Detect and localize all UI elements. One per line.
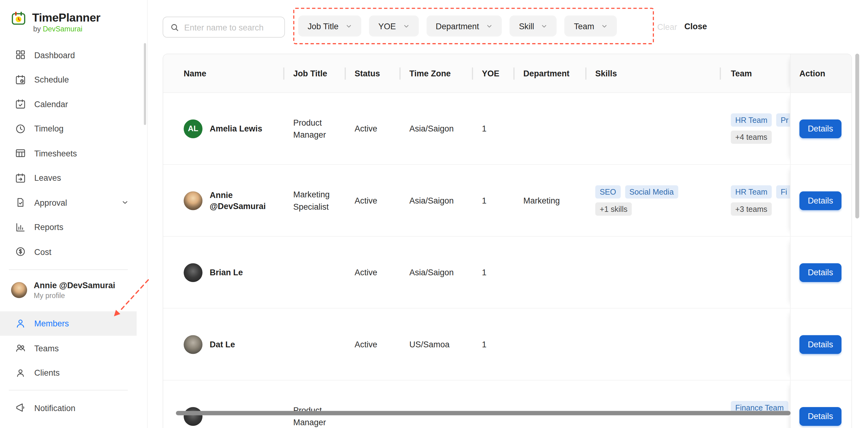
column-header-department: Department [514,54,585,92]
job-title-cell [283,308,345,380]
sidebar-item-dashboard[interactable]: Dashboard [0,42,137,67]
chevron-down-icon [486,23,493,29]
sidebar-item-schedule[interactable]: Schedule [0,67,137,92]
team-cell [720,237,790,308]
leaves-icon [15,172,26,184]
member-name: Annie @DevSamurai [210,190,283,211]
chevron-down-icon [346,23,352,29]
sidebar-item-timesheets[interactable]: Timesheets [0,141,137,166]
time-zone-cell: Asia/Saigon [400,237,472,308]
time-zone-cell [400,381,472,428]
profile-item[interactable]: Annie @DevSamurai My profile [0,275,147,306]
app-logo: TimePlanner [0,0,147,28]
sidebar-divider [9,269,128,270]
avatar [184,191,203,210]
members-table: Name Job Title Status Time Zone YOE Depa… [163,54,852,428]
sidebar-nav: Dashboard Schedule Calendar Timelog Time… [0,42,147,264]
details-button[interactable]: Details [799,119,841,138]
time-zone-cell: US/Samoa [400,308,472,380]
teams-icon [15,342,26,354]
skills-cell: SEO Social Media +1 skills [585,165,719,236]
vertical-scrollbar[interactable] [856,54,859,218]
main-content: Job Title YOE Department Skill Team Clea… [148,0,868,428]
department-cell [514,93,585,164]
sidebar-item-cutoff[interactable] [0,420,137,428]
more-teams-chip: +4 teams [731,131,772,144]
team-chip: HR Team [731,113,772,127]
action-cell: Details [790,237,852,308]
profile-subtitle: My profile [34,291,115,300]
table-row[interactable]: Annie @DevSamurai Marketing Specialist A… [163,165,851,236]
filter-skill[interactable]: Skill [509,15,557,36]
action-cell: Details [790,381,852,428]
filter-team[interactable]: Team [565,15,617,36]
sidebar-item-reports[interactable]: Reports [0,215,137,239]
search-input[interactable] [184,23,278,32]
yoe-cell [472,381,514,428]
yoe-cell: 1 [472,93,514,164]
sidebar-item-members[interactable]: Members [0,311,137,336]
sidebar-scrollbar[interactable] [144,43,146,125]
reports-icon [15,222,26,233]
sidebar-item-approval[interactable]: Approval [0,190,137,215]
chevron-down-icon [541,23,547,29]
filter-yoe[interactable]: YOE [369,15,418,36]
horizontal-scrollbar[interactable] [176,411,790,416]
close-filters-link[interactable]: Close [684,22,707,31]
approval-icon [15,197,26,208]
status-cell: Active [345,237,400,308]
settings-icon [15,427,26,428]
brand-name: DevSamurai [43,25,82,33]
sidebar-divider [9,390,128,390]
time-zone-cell: Asia/Saigon [400,93,472,164]
clear-filters-link[interactable]: Clear [657,22,677,32]
column-header-action: Action [790,54,852,92]
skills-cell [585,237,719,308]
job-title-cell: Product Manager [283,381,345,428]
profile-name: Annie @DevSamurai [34,281,115,291]
department-cell [514,237,585,308]
skill-chip: SEO [595,185,621,199]
chevron-down-icon [601,23,608,29]
yoe-cell: 1 [472,165,514,236]
member-name: Amelia Lewis [210,123,262,134]
details-button[interactable]: Details [799,191,841,210]
department-cell: Marketing [514,165,585,236]
table-row[interactable]: AL Amelia Lewis Product Manager Active A… [163,93,851,165]
sidebar-item-teams[interactable]: Teams [0,336,137,360]
details-button[interactable]: Details [799,335,841,354]
yoe-cell: 1 [472,308,514,380]
time-zone-cell: Asia/Saigon [400,165,472,236]
column-header-job-title: Job Title [283,54,345,92]
sidebar-item-clients[interactable]: Clients [0,360,137,385]
sidebar-item-calendar[interactable]: Calendar [0,92,137,117]
table-row[interactable]: Brian Le Active Asia/Saigon 1 Details [163,237,851,308]
filter-job-title[interactable]: Job Title [298,15,361,36]
members-icon [15,318,26,329]
calendar-icon [15,99,26,110]
timesheets-icon [15,148,26,159]
notification-icon [15,402,26,413]
details-button[interactable]: Details [799,407,841,426]
team-cell: Finance Team [720,381,790,428]
member-name: Brian Le [210,267,243,278]
filter-department[interactable]: Department [426,15,502,36]
skills-cell [585,381,719,428]
table-row[interactable]: Dat Le Active US/Samoa 1 Details [163,308,851,380]
table-row[interactable]: Product Manager Finance Team Details [163,381,851,428]
action-cell: Details [790,308,852,380]
sidebar-item-notification[interactable]: Notification [0,395,137,420]
chevron-down-icon [403,23,409,29]
chevron-down-icon [121,199,129,206]
job-title-cell: Marketing Specialist [283,165,345,236]
sidebar-item-leaves[interactable]: Leaves [0,166,137,190]
column-header-name: Name [163,54,283,92]
sidebar-item-cost[interactable]: Cost [0,239,137,264]
member-name: Dat Le [210,339,235,350]
skill-chip: Social Media [625,185,678,199]
more-teams-chip: +3 teams [731,202,772,216]
details-button[interactable]: Details [799,263,841,282]
sidebar: TimePlanner by DevSamurai Dashboard Sche… [0,0,148,428]
app-root: TimePlanner by DevSamurai Dashboard Sche… [0,0,868,428]
sidebar-item-timelog[interactable]: Timelog [0,117,137,141]
